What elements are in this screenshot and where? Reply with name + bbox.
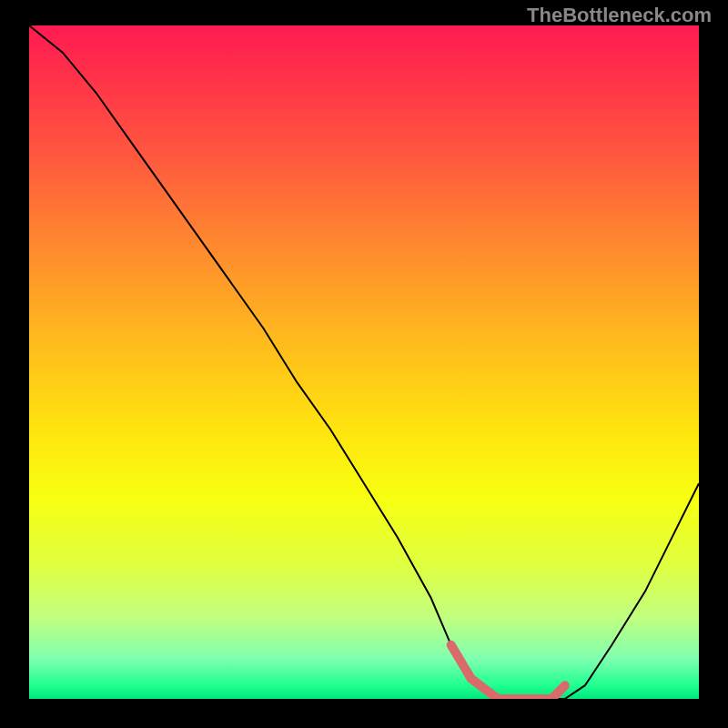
plot-area — [29, 25, 699, 699]
watermark-text: TheBottleneck.com — [527, 4, 712, 27]
highlight-curve — [451, 645, 565, 699]
main-curve — [29, 25, 699, 699]
chart-svg — [29, 25, 699, 699]
